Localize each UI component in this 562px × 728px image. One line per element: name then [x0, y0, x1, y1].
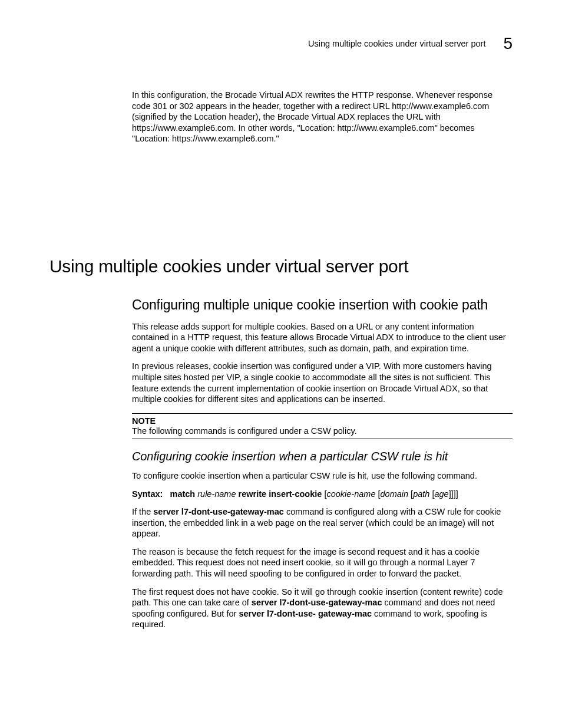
syntax-keyword: match: [170, 489, 195, 499]
paragraph: To configure cookie insertion when a par…: [132, 470, 513, 482]
page: Using multiple cookies under virtual ser…: [0, 0, 562, 728]
command-name: server l7-dont-use-gateway-mac: [252, 598, 382, 607]
paragraph: The reason is because the fetch request …: [132, 546, 513, 579]
note-text: The following commands is configured und…: [132, 426, 513, 437]
syntax-bracket: [: [408, 489, 413, 499]
command-name: server l7-dont-use-gateway-mac: [153, 507, 284, 516]
spacer: [49, 151, 513, 256]
syntax-arg: age: [434, 489, 448, 499]
syntax-arg: domain: [381, 489, 409, 499]
text-run: If the: [132, 507, 153, 516]
section-body: Configuring multiple unique cookie inser…: [132, 297, 513, 630]
syntax-arg: path: [413, 489, 429, 499]
subsection-heading-h3: Configuring cookie insertion when a part…: [132, 450, 513, 463]
chapter-number: 5: [503, 34, 513, 53]
syntax-line: Syntax: match rule-name rewrite insert-c…: [132, 489, 513, 500]
syntax-bracket: [: [375, 489, 380, 499]
paragraph: If the server l7-dont-use-gateway-mac co…: [132, 506, 513, 539]
running-header: Using multiple cookies under virtual ser…: [49, 34, 513, 53]
note-block: NOTE The following commands is configure…: [132, 413, 513, 440]
paragraph: The first request does not have cookie. …: [132, 587, 513, 630]
command-name: server l7-dont-use- gateway-mac: [239, 609, 372, 618]
syntax-arg: cookie-name: [326, 489, 375, 499]
intro-paragraph: In this configuration, the Brocade Virtu…: [132, 90, 513, 144]
syntax-keyword: rewrite insert-cookie: [239, 489, 322, 499]
paragraph: In previous releases, cookie insertion w…: [132, 361, 513, 404]
syntax-arg: rule-name: [197, 489, 236, 499]
syntax-label: Syntax:: [132, 489, 163, 499]
syntax-bracket: ]]]]: [449, 489, 458, 499]
section-heading-h1: Using multiple cookies under virtual ser…: [49, 256, 513, 276]
paragraph: This release adds support for multiple c…: [132, 321, 513, 354]
intro-block: In this configuration, the Brocade Virtu…: [132, 90, 513, 144]
note-label: NOTE: [132, 416, 513, 426]
subsection-heading-h2: Configuring multiple unique cookie inser…: [132, 297, 513, 313]
running-title: Using multiple cookies under virtual ser…: [308, 39, 485, 48]
